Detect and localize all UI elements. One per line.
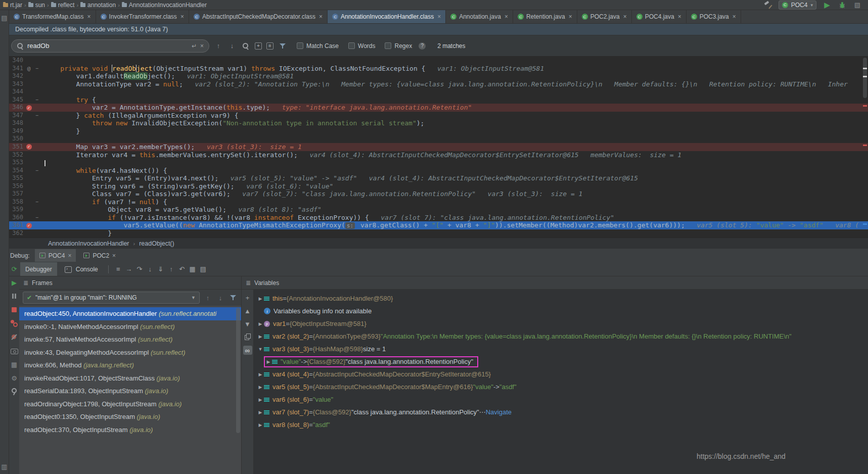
editor-line[interactable]: 358− if (var7 != null) { <box>9 198 868 206</box>
regex-option[interactable]: Regex <box>385 42 412 50</box>
fold-marker[interactable]: − <box>33 65 40 73</box>
breakpoint-gutter[interactable]: ✓ <box>24 143 33 151</box>
editor-line[interactable]: 360− if (!var7.isInstance(var8) && !(var… <box>9 214 868 222</box>
stack-frame-row[interactable]: readOrdinaryObject:1798, ObjectInputStre… <box>19 398 241 411</box>
editor-line[interactable]: 346✓ var2 = AnnotationType.getInstance(t… <box>9 104 868 112</box>
expand-arrow-icon[interactable]: ▶ <box>265 359 272 364</box>
gutter-mark[interactable] <box>24 167 33 175</box>
fold-marker[interactable]: − <box>33 167 40 175</box>
regex-help-icon[interactable]: ? <box>419 42 426 50</box>
resume-icon[interactable]: ▶ <box>10 278 19 287</box>
stack-frame-row[interactable]: invoke:43, DelegatingMethodAccessorImpl … <box>19 346 241 359</box>
line-number[interactable]: 352 <box>9 151 24 159</box>
editor-line[interactable]: 341@− private void readObject(ObjectInpu… <box>9 65 868 73</box>
variable-row[interactable]: ▶pvar1 = {ObjectInputStream@581} <box>254 317 868 330</box>
expand-arrow-icon[interactable]: ▼ <box>257 347 264 352</box>
execution-stripe-mark[interactable] <box>863 223 867 225</box>
fold-marker[interactable]: − <box>33 112 40 120</box>
editor-tab[interactable]: CPOC2.java× <box>577 10 632 23</box>
close-tab-icon[interactable]: × <box>437 13 441 20</box>
debug-bug-icon[interactable] <box>838 1 847 10</box>
line-number[interactable]: 354 <box>9 167 24 175</box>
add-occurrence-icon[interactable]: + <box>255 42 262 50</box>
debug-session-tab[interactable]: POC4× <box>35 249 76 262</box>
line-number[interactable]: 343 <box>9 80 24 88</box>
select-all-occurrences-icon[interactable]: ≡ <box>266 42 273 50</box>
step-over-icon[interactable]: ↷ <box>135 265 144 274</box>
expand-arrow-icon[interactable]: ▶ <box>257 385 264 390</box>
match-case-checkbox[interactable] <box>297 42 303 49</box>
search-stripe-mark[interactable] <box>863 68 867 69</box>
stack-frame-row[interactable]: invoke0:-1, NativeMethodAccessorImpl (su… <box>19 320 241 334</box>
editor-tab[interactable]: CAbstractInputCheckedMapDecorator.class× <box>189 10 328 23</box>
prev-frame-icon[interactable]: ↑ <box>203 293 212 302</box>
variable-row[interactable]: ▶var5 (slot_5) = {AbstractInputCheckedMa… <box>254 381 868 393</box>
force-step-into-icon[interactable]: ⇓ <box>156 265 165 274</box>
close-session-icon[interactable]: × <box>112 252 116 259</box>
breadcrumb-item[interactable]: rt.jar <box>3 2 22 9</box>
gutter-mark[interactable] <box>24 80 33 88</box>
thread-dump-icon[interactable] <box>10 346 19 355</box>
search-field[interactable]: ↵ × <box>11 39 209 53</box>
editor-tab[interactable]: CTransformedMap.class× <box>9 10 96 23</box>
expand-arrow-icon[interactable]: ▶ <box>257 397 264 402</box>
show-execution-point-icon[interactable]: → <box>124 265 133 274</box>
scrollbar-thumb[interactable] <box>863 58 867 98</box>
stop-icon[interactable] <box>10 305 19 314</box>
editor-line[interactable]: 350 <box>9 135 868 143</box>
build-hammer-icon[interactable] <box>763 1 772 10</box>
line-number[interactable]: 341 <box>9 65 24 73</box>
mute-breakpoints-icon[interactable] <box>10 333 19 342</box>
editor-line[interactable]: 345− try { <box>9 96 868 104</box>
tab-console[interactable]: Console <box>59 262 103 276</box>
variable-row[interactable]: ▶"value" -> {Class@592} "class java.lang… <box>261 355 868 368</box>
gutter-mark[interactable] <box>24 119 33 127</box>
stack-frame-row[interactable]: readObject:370, ObjectInputStream (java.… <box>19 423 241 437</box>
line-number[interactable]: 348 <box>9 119 24 127</box>
rerun-icon[interactable]: ⟳ <box>10 264 19 273</box>
project-tool-window-icon[interactable]: ▤ <box>0 13 9 22</box>
gutter-mark[interactable] <box>24 229 33 238</box>
close-tab-icon[interactable]: × <box>569 13 572 20</box>
editor-tab[interactable]: CInvokerTransformer.class× <box>96 10 189 23</box>
gutter-mark[interactable] <box>24 206 33 214</box>
breakpoint-icon[interactable]: ✓ <box>26 144 32 150</box>
line-number[interactable]: 360 <box>9 214 24 222</box>
gutter-mark[interactable] <box>24 190 33 198</box>
gutter-mark[interactable] <box>24 72 33 80</box>
run-config-select[interactable]: C POC4 ▾ <box>779 1 816 10</box>
editor-tab[interactable]: CAnnotation.java× <box>446 10 513 23</box>
gutter-mark[interactable] <box>24 135 33 143</box>
expand-arrow-icon[interactable]: ▶ <box>257 296 264 301</box>
fold-marker[interactable]: − <box>33 198 40 206</box>
search-stripe-mark[interactable] <box>863 76 867 77</box>
match-case-option[interactable]: Match Case <box>297 42 339 50</box>
breakpoint-gutter[interactable]: ✓ <box>24 221 33 229</box>
line-number[interactable]: 356 <box>9 182 24 191</box>
breakpoint-stripe-mark[interactable] <box>863 145 867 146</box>
editor-tab[interactable]: CPOC4.java× <box>632 10 687 23</box>
editor-tab[interactable]: CPOC3.java× <box>687 10 741 23</box>
variable-row[interactable]: ▶var4 (slot_4) = {AbstractInputCheckedMa… <box>254 368 868 381</box>
line-number[interactable]: 357 <box>9 190 24 198</box>
editor-line[interactable]: 359 Object var8 = var5.getValue(); var8 … <box>9 206 868 214</box>
variable-row[interactable]: ▶var6 (slot_6) = "value" <box>254 393 868 406</box>
expand-arrow-icon[interactable]: ▶ <box>257 422 264 428</box>
evaluate-expression-icon[interactable]: ▤ <box>199 265 208 274</box>
line-number[interactable]: 355 <box>9 174 24 182</box>
editor-tab[interactable]: CAnnotationInvocationHandler.class× <box>328 10 446 23</box>
breakpoint-icon[interactable]: ✓ <box>26 223 32 228</box>
show-watches-icon[interactable]: ∞ <box>243 346 252 355</box>
frames-scrollbar[interactable] <box>236 308 240 433</box>
next-match-icon[interactable]: ↓ <box>227 41 237 51</box>
close-session-icon[interactable]: × <box>68 252 71 259</box>
editor-line[interactable]: 353 <box>9 159 868 167</box>
line-number[interactable]: 350 <box>9 135 24 143</box>
close-tab-icon[interactable]: × <box>505 13 508 20</box>
gutter-mark[interactable] <box>24 127 33 135</box>
move-watch-down-icon[interactable]: ▼ <box>243 319 252 328</box>
gutter-mark[interactable]: @ <box>24 65 33 73</box>
gutter-mark[interactable] <box>24 198 33 206</box>
gutter-mark[interactable] <box>24 112 33 120</box>
gutter-mark[interactable] <box>24 214 33 222</box>
